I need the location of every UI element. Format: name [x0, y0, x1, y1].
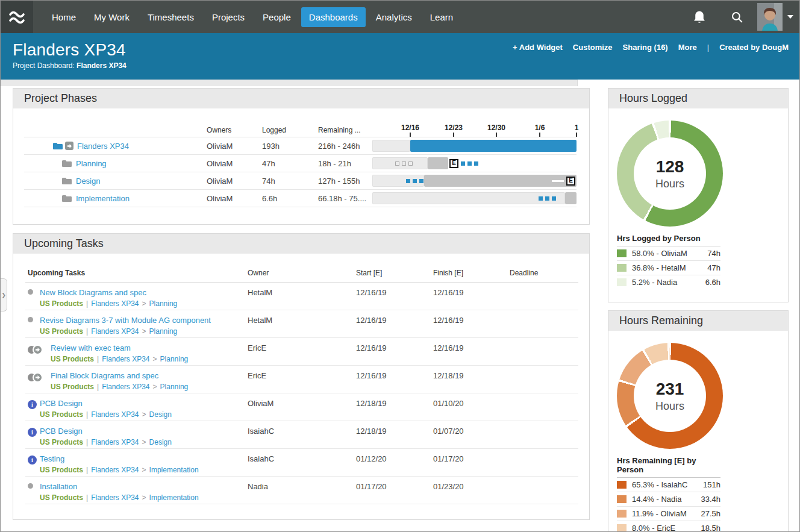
add-widget-button[interactable]: + Add Widget [513, 43, 563, 52]
col-remaining: Remaining ... [318, 126, 372, 134]
breadcrumb-project[interactable]: Flanders XP34 [91, 299, 139, 308]
col-owner: Owner [248, 269, 356, 277]
app-logo[interactable] [1, 1, 33, 33]
task-link[interactable]: PCB Design [40, 399, 172, 408]
search-button[interactable] [723, 4, 750, 30]
task-owner: EricE [248, 343, 356, 352]
breadcrumb-project[interactable]: Flanders XP34 [91, 438, 139, 446]
breadcrumb-package[interactable]: US Products [40, 438, 83, 446]
task-name-cell: iPCB DesignUS Products|Flanders XP34>Des… [25, 427, 248, 446]
breadcrumb-package[interactable]: US Products [40, 299, 83, 308]
task-breadcrumb: US Products|Flanders XP34>Planning [51, 383, 188, 391]
col-logged: Logged [262, 126, 318, 134]
phase-owner: OliviaM [207, 159, 262, 168]
breadcrumb-project[interactable]: Flanders XP34 [91, 410, 139, 419]
breadcrumb-phase[interactable]: Design [149, 438, 172, 446]
breadcrumb-phase[interactable]: Implementation [149, 493, 199, 502]
breadcrumb-package[interactable]: US Products [40, 410, 83, 419]
task-finish: 12/16/19 [433, 288, 510, 297]
breadcrumb-phase[interactable]: Planning [160, 355, 189, 363]
breadcrumb-package[interactable]: US Products [51, 355, 94, 363]
task-link[interactable]: Testing [40, 454, 199, 463]
phase-name-cell: Implementation [24, 194, 207, 203]
legend-row: 65.3% - IsaiahC151h [617, 478, 720, 492]
task-start: 01/12/20 [356, 454, 433, 463]
breadcrumb-project[interactable]: Flanders XP34 [102, 383, 149, 391]
nav-item-dashboards[interactable]: Dashboards [301, 7, 366, 27]
customize-button[interactable]: Customize [573, 43, 613, 52]
nav-item-people[interactable]: People [255, 7, 299, 27]
task-breadcrumb: US Products|Flanders XP34>Design [40, 410, 172, 419]
task-row: New Block Diagrams and specUS Products|F… [25, 283, 578, 310]
nav-item-my-work[interactable]: My Work [86, 7, 137, 27]
nav-item-learn[interactable]: Learn [422, 7, 461, 27]
task-row: iPCB DesignUS Products|Flanders XP34>Des… [25, 421, 578, 449]
user-menu-caret-icon[interactable] [787, 15, 793, 19]
col-start: Start [E] [356, 269, 433, 277]
task-start: 12/18/19 [356, 427, 433, 436]
phase-link[interactable]: Planning [76, 159, 107, 168]
task-link[interactable]: Revise Diagrams 3-7 with Module AG compo… [40, 316, 211, 325]
nav-item-analytics[interactable]: Analytics [368, 7, 420, 27]
hours-remaining-unit: Hours [655, 400, 684, 413]
timeline-tick-mark [496, 133, 497, 137]
breadcrumb-package[interactable]: US Products [40, 327, 83, 336]
task-name-cell: iTestingUS Products|Flanders XP34>Implem… [25, 454, 248, 474]
sharing-button[interactable]: Sharing (16) [623, 43, 668, 52]
next-widget-header-partial [1, 80, 578, 86]
gantt-bar[interactable] [372, 140, 577, 152]
logo-waves-icon [8, 9, 26, 25]
breadcrumb-project[interactable]: Flanders XP34 [91, 466, 139, 474]
legend-row: 14.4% - Nadia33.4h [617, 492, 720, 507]
breadcrumb-phase[interactable]: Planning [149, 299, 178, 308]
col-owners: Owners [207, 126, 262, 134]
task-breadcrumb: US Products|Flanders XP34>Planning [40, 327, 211, 336]
breadcrumb-phase[interactable]: Planning [160, 383, 189, 391]
nav-item-timesheets[interactable]: Timesheets [140, 7, 202, 27]
hours-remaining-donut-chart[interactable]: 231 Hours [617, 343, 723, 449]
task-link[interactable]: New Block Diagrams and spec [40, 288, 177, 297]
gantt-marker-dots-hollow [395, 157, 413, 169]
gantt-bar[interactable]: E [372, 175, 577, 187]
phase-link[interactable]: Flanders XP34 [77, 142, 129, 151]
task-row: Final Block Diagrams and specUS Products… [25, 366, 578, 393]
breadcrumb-project[interactable]: Flanders XP34 [91, 493, 139, 502]
nav-item-home[interactable]: Home [44, 7, 84, 27]
phases-header-row: Owners Logged Remaining ... 12/1612/2312… [24, 120, 577, 137]
breadcrumb-package[interactable]: US Products [40, 466, 83, 474]
hours-logged-donut-chart[interactable]: 128 Hours [617, 120, 723, 227]
phase-link[interactable]: Implementation [76, 194, 130, 203]
legend-swatch [617, 510, 627, 518]
task-link[interactable]: Review with exec team [51, 343, 188, 352]
task-owner: HetalM [248, 288, 356, 297]
breadcrumb-phase[interactable]: Implementation [149, 466, 199, 474]
phase-link[interactable]: Design [76, 177, 100, 186]
breadcrumb-package[interactable]: US Products [51, 383, 94, 391]
hours-logged-total: 128 [656, 157, 684, 177]
task-text: TestingUS Products|Flanders XP34>Impleme… [40, 454, 199, 474]
task-start: 12/16/19 [356, 343, 433, 352]
breadcrumb-phase[interactable]: Design [149, 410, 172, 419]
breadcrumb-package[interactable]: US Products [40, 493, 83, 502]
task-breadcrumb: US Products|Flanders XP34>Planning [51, 355, 188, 363]
task-link[interactable]: PCB Design [40, 427, 172, 436]
task-owner: IsaiahC [248, 427, 356, 436]
notifications-button[interactable] [686, 4, 713, 30]
gantt-bar[interactable]: E [372, 157, 577, 169]
task-link[interactable]: Installation [40, 482, 199, 491]
left-panel-expander[interactable]: ❯ [1, 278, 7, 311]
nav-item-projects[interactable]: Projects [204, 7, 252, 27]
task-text: PCB DesignUS Products|Flanders XP34>Desi… [40, 399, 172, 419]
breadcrumb-phase[interactable]: Planning [149, 327, 178, 336]
breadcrumb-project[interactable]: Flanders XP34 [102, 355, 149, 363]
more-button[interactable]: More [678, 43, 697, 52]
gantt-bar[interactable] [372, 192, 577, 204]
breadcrumb-project[interactable]: Flanders XP34 [91, 327, 139, 336]
timeline-tick-label: 12/16 [401, 124, 419, 132]
hours-logged-widget: Hours Logged 128 Hours Hrs Logged by Per… [608, 88, 789, 302]
task-link[interactable]: Final Block Diagrams and spec [51, 371, 188, 380]
user-avatar[interactable] [757, 3, 783, 31]
phase-name-cell: Flanders XP34 [24, 142, 207, 151]
task-row: iPCB DesignUS Products|Flanders XP34>Des… [25, 393, 578, 421]
legend-label: 8.0% - EricE [632, 524, 701, 532]
